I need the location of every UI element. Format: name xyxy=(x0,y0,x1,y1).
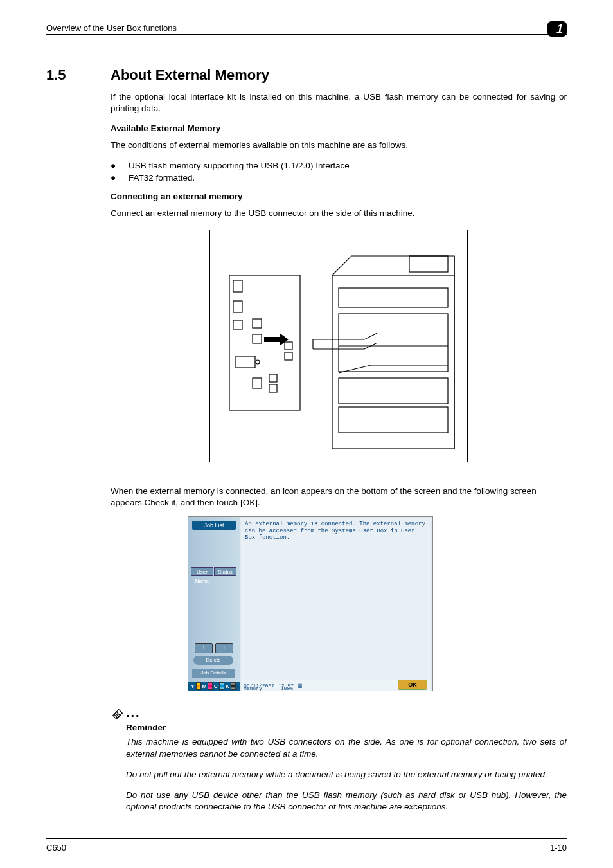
bullet-icon: ● xyxy=(111,161,129,170)
toner-y: Y xyxy=(190,683,195,689)
delete-button[interactable]: Delete xyxy=(193,656,233,665)
footer-model: C650 xyxy=(46,843,66,853)
toner-m: M xyxy=(202,683,207,689)
toner-y-bar xyxy=(196,682,201,690)
svg-rect-13 xyxy=(253,334,262,343)
reminder-dots: ... xyxy=(126,705,141,720)
status-header: User Name Status xyxy=(191,567,237,576)
reminder-p1: This machine is equipped with two USB co… xyxy=(126,736,567,759)
toner-c-bar xyxy=(219,682,224,690)
reminder-p3: Do not use any USB device other than the… xyxy=(126,790,567,813)
footer: C650 1-10 xyxy=(46,838,567,853)
svg-rect-10 xyxy=(233,301,242,312)
svg-rect-19 xyxy=(269,374,277,382)
svg-point-15 xyxy=(256,360,260,364)
svg-rect-11 xyxy=(233,320,242,329)
reminder-label: Reminder xyxy=(126,723,567,732)
ok-button[interactable]: OK xyxy=(398,680,427,690)
svg-rect-18 xyxy=(285,352,292,360)
bullet-item: ● FAT32 formatted. xyxy=(111,173,567,183)
job-details-button[interactable]: Job Details xyxy=(192,669,235,678)
section-title: About External Memory xyxy=(111,67,567,84)
lcd-sidebar: Job List User Name Status ↑ ↓ Delete Job… xyxy=(188,517,240,691)
svg-rect-4 xyxy=(339,407,448,433)
bullet-item: ● USB flash memory supporting the USB (1… xyxy=(111,161,567,170)
subheading-connecting: Connecting an external memory xyxy=(111,192,567,201)
connecting-lead: Connect an external memory to the USB co… xyxy=(111,208,567,219)
svg-rect-2 xyxy=(339,314,448,372)
toner-c: C xyxy=(213,683,218,689)
printer-diagram xyxy=(209,230,468,462)
toner-k: K xyxy=(225,683,230,689)
scroll-up-button[interactable]: ↑ xyxy=(195,643,213,653)
svg-rect-9 xyxy=(233,280,242,292)
bullet-text: USB flash memory supporting the USB (1.1… xyxy=(129,161,350,170)
running-header: Overview of the User Box functions 1 xyxy=(46,23,567,35)
footer-page: 1-10 xyxy=(550,843,567,853)
lcd-main: An external memory is connected. The ext… xyxy=(241,518,431,680)
status-col: Status xyxy=(214,567,236,576)
running-title: Overview of the User Box functions xyxy=(46,23,177,33)
bullet-icon: ● xyxy=(111,173,129,183)
available-lead: The conditions of external memories avai… xyxy=(111,140,567,151)
svg-rect-17 xyxy=(285,342,292,350)
svg-rect-3 xyxy=(339,378,448,404)
svg-rect-8 xyxy=(229,275,300,410)
svg-rect-1 xyxy=(339,288,448,307)
content: 1.5 About External Memory If the optiona… xyxy=(46,35,567,822)
user-name-col: User Name xyxy=(191,567,213,576)
svg-rect-0 xyxy=(332,275,454,449)
toner-m-bar xyxy=(208,682,213,690)
job-list-tab[interactable]: Job List xyxy=(192,521,236,530)
svg-rect-5 xyxy=(409,256,448,272)
lcd-message: An external memory is connected. The ext… xyxy=(245,521,427,541)
page: Overview of the User Box functions 1 1.5… xyxy=(0,0,613,868)
lcd-screenshot: Job List User Name Status ↑ ↓ Delete Job… xyxy=(188,516,433,691)
svg-rect-20 xyxy=(269,384,277,392)
reminder-icon: ... xyxy=(111,707,567,721)
toner-status: Y M C K xyxy=(188,682,240,691)
chapter-badge: 1 xyxy=(547,21,567,37)
memory-value: 100% xyxy=(281,685,293,691)
bullet-text: FAT32 formatted. xyxy=(129,173,195,183)
after-figure-paragraph: When the external memory is connected, a… xyxy=(111,485,567,509)
memory-label: Memory xyxy=(244,685,262,691)
section-number: 1.5 xyxy=(46,67,66,83)
scroll-down-button[interactable]: ↓ xyxy=(215,643,233,653)
svg-rect-14 xyxy=(236,356,255,368)
memory-icon: ▦ xyxy=(298,683,303,689)
intro-paragraph: If the optional local interface kit is i… xyxy=(111,91,567,114)
subheading-available: Available External Memory xyxy=(111,123,567,133)
svg-rect-16 xyxy=(253,378,262,388)
toner-k-bar xyxy=(231,682,236,690)
svg-rect-12 xyxy=(253,319,262,328)
reminder-p2: Do not pull out the external memory whil… xyxy=(126,769,567,781)
